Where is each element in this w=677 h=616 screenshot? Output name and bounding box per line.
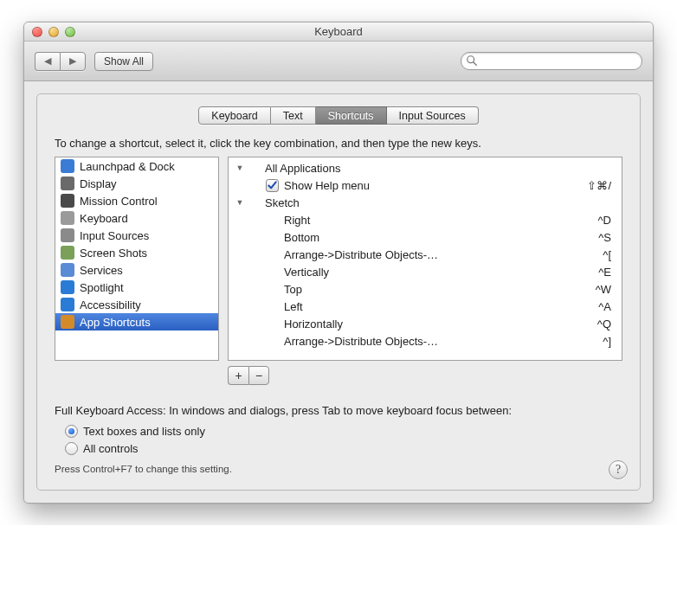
shortcut-key[interactable]: ^Q [587, 318, 622, 330]
category-services[interactable]: Services [55, 261, 218, 279]
shortcut-label: Show Help menu [284, 179, 587, 192]
category-label: Mission Control [80, 195, 158, 208]
shortcut-key[interactable]: ^E [587, 266, 622, 279]
back-button[interactable]: ◀ [35, 52, 60, 71]
category-label: App Shortcuts [80, 316, 151, 329]
shortcut-group[interactable]: ▼All Applications [229, 159, 622, 176]
enable-checkbox[interactable] [265, 334, 279, 348]
shortcut-item[interactable]: Arrange->Distribute Objects-…^[ [229, 246, 622, 263]
search-input[interactable] [461, 52, 642, 70]
category-accessibility[interactable]: Accessibility [55, 296, 218, 313]
enable-checkbox[interactable] [265, 299, 279, 313]
category-keyboard[interactable]: Keyboard [55, 209, 218, 227]
category-label: Accessibility [80, 298, 141, 311]
category-spotlight[interactable]: Spotlight [55, 279, 218, 296]
display-icon [61, 176, 74, 190]
category-label: Input Sources [80, 229, 149, 242]
shortcut-key[interactable]: ^W [587, 283, 622, 296]
shortcut-label: Right [284, 214, 587, 227]
shortcut-list[interactable]: ▼All ApplicationsShow Help menu⇧⌘/▼Sketc… [228, 157, 622, 361]
shortcut-item[interactable]: Top^W [229, 280, 622, 298]
shortcuts-panel: KeyboardTextShortcutsInput Sources To ch… [36, 93, 641, 491]
enable-checkbox[interactable] [265, 230, 279, 244]
radio-icon [65, 425, 78, 438]
shortcut-item[interactable]: Vertically^E [229, 263, 622, 280]
tab-text[interactable]: Text [271, 106, 316, 125]
enable-checkbox[interactable] [265, 265, 279, 279]
category-label: Display [80, 177, 117, 190]
minimize-icon[interactable] [48, 27, 59, 37]
tab-input-sources[interactable]: Input Sources [387, 106, 479, 125]
category-screen-shots[interactable]: Screen Shots [55, 244, 218, 261]
mission-control-icon [61, 194, 74, 208]
category-mission-control[interactable]: Mission Control [55, 192, 218, 209]
enable-checkbox[interactable] [265, 282, 279, 296]
disclosure-triangle-icon[interactable]: ▼ [234, 164, 244, 172]
category-app-shortcuts[interactable]: App Shortcuts [55, 313, 218, 330]
radio-label: All controls [83, 442, 139, 455]
category-label: Services [80, 264, 123, 277]
spotlight-icon [61, 280, 74, 294]
category-label: Screen Shots [80, 247, 147, 260]
shortcut-key[interactable]: ^D [587, 214, 622, 227]
fka-hint: Press Control+F7 to change this setting. [55, 464, 622, 474]
svg-line-1 [474, 62, 476, 65]
app-shortcuts-icon [61, 315, 74, 329]
shortcut-item[interactable]: Left^A [229, 298, 622, 315]
category-input-sources[interactable]: Input Sources [55, 227, 218, 244]
shortcut-item[interactable]: Show Help menu⇧⌘/ [229, 176, 622, 194]
shortcut-item[interactable]: Horizontally^Q [229, 315, 622, 332]
shortcut-key[interactable]: ⇧⌘/ [587, 179, 622, 192]
accessibility-icon [61, 298, 74, 311]
radio-label: Text boxes and lists only [83, 425, 205, 438]
launchpad-icon [61, 159, 74, 173]
services-icon [61, 263, 74, 277]
forward-button[interactable]: ▶ [60, 52, 86, 71]
shortcut-label: Horizontally [284, 318, 587, 330]
window-title: Keyboard [24, 25, 653, 38]
enable-checkbox[interactable] [265, 178, 279, 192]
shortcut-label: All Applications [265, 162, 587, 175]
chevron-right-icon: ▶ [69, 55, 76, 67]
fka-radio-1[interactable]: All controls [65, 440, 622, 457]
instructions-label: To change a shortcut, select it, click t… [55, 137, 622, 150]
titlebar: Keyboard [24, 22, 653, 42]
chevron-left-icon: ◀ [44, 55, 51, 67]
input-sources-icon [61, 228, 74, 242]
shortcut-label: Left [284, 300, 587, 313]
remove-button[interactable]: − [248, 366, 269, 385]
shortcut-item[interactable]: Arrange->Distribute Objects-…^] [229, 332, 622, 350]
shortcut-label: Top [284, 283, 587, 296]
shortcut-label: Vertically [284, 266, 587, 279]
nav-segment: ◀ ▶ [35, 52, 86, 71]
enable-checkbox[interactable] [265, 247, 279, 261]
shortcut-key[interactable]: ^S [587, 231, 622, 244]
category-display[interactable]: Display [55, 175, 218, 192]
shortcut-group[interactable]: ▼Sketch [229, 194, 622, 211]
show-all-button[interactable]: Show All [94, 52, 153, 71]
toolbar: ◀ ▶ Show All [24, 42, 653, 81]
category-launchpad-dock[interactable]: Launchpad & Dock [55, 157, 218, 175]
add-remove-segment: + − [228, 366, 269, 385]
tab-keyboard[interactable]: Keyboard [198, 106, 271, 125]
enable-checkbox[interactable] [265, 317, 279, 330]
shortcut-item[interactable]: Bottom^S [229, 228, 622, 246]
shortcut-item[interactable]: Right^D [229, 211, 622, 228]
shortcut-key[interactable]: ^A [587, 300, 622, 313]
zoom-icon[interactable] [65, 27, 75, 37]
tab-shortcuts[interactable]: Shortcuts [316, 106, 387, 125]
close-icon[interactable] [32, 27, 42, 37]
enable-checkbox [246, 196, 260, 209]
fka-radio-0[interactable]: Text boxes and lists only [65, 422, 622, 440]
traffic-lights [24, 27, 75, 37]
screen-shots-icon [61, 246, 74, 260]
shortcut-key[interactable]: ^] [587, 335, 622, 348]
enable-checkbox[interactable] [265, 213, 279, 227]
search-icon [466, 55, 478, 67]
shortcut-key[interactable]: ^[ [587, 248, 622, 261]
add-button[interactable]: + [228, 366, 248, 385]
disclosure-triangle-icon[interactable]: ▼ [234, 198, 244, 207]
preferences-window: Keyboard ◀ ▶ Show All KeyboardTextShortc… [23, 22, 654, 504]
category-list[interactable]: Launchpad & DockDisplayMission ControlKe… [55, 157, 219, 361]
help-button[interactable]: ? [609, 460, 628, 479]
